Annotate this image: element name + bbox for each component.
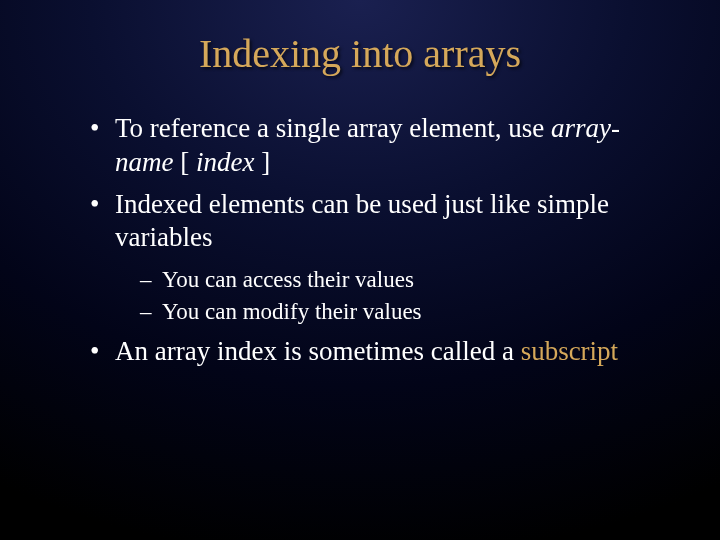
bullet-1-bracket-open: [ (173, 147, 196, 177)
sub-bullet-2: You can modify their values (140, 297, 670, 327)
bullet-item-1: To reference a single array element, use… (90, 112, 670, 180)
bullet-1-prefix: To reference a single array element, use (115, 113, 551, 143)
bullet-2-text: Indexed elements can be used just like s… (115, 189, 609, 253)
slide-title: Indexing into arrays (50, 30, 670, 77)
sub-bullet-1: You can access their values (140, 265, 670, 295)
bullet-list: To reference a single array element, use… (50, 112, 670, 369)
bullet-1-index: index (196, 147, 254, 177)
bullet-1-bracket-close: ] (254, 147, 270, 177)
bullet-item-2: Indexed elements can be used just like s… (90, 188, 670, 327)
bullet-3-subscript: subscript (521, 336, 619, 366)
bullet-3-prefix: An array index is sometimes called a (115, 336, 521, 366)
sub-bullet-list: You can access their values You can modi… (115, 265, 670, 327)
slide: Indexing into arrays To reference a sing… (0, 0, 720, 540)
bullet-item-3: An array index is sometimes called a sub… (90, 335, 670, 369)
